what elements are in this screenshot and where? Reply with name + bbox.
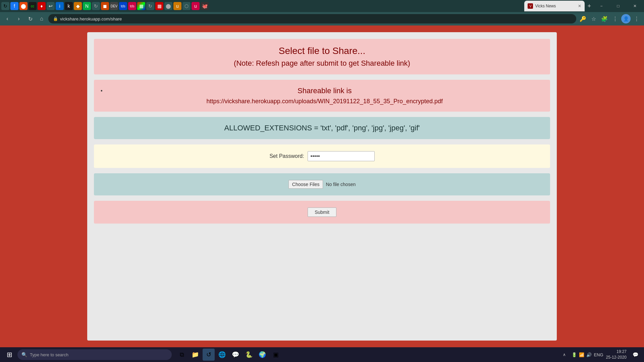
more-icon[interactable]: ⋮: [632, 14, 641, 23]
shareable-link[interactable]: https://vickshare.herokuapp.com/uploads/…: [207, 98, 443, 105]
tab-icon-9[interactable]: ◆: [74, 2, 82, 10]
shareable-content: Shareable link is https://vickshare.hero…: [106, 86, 543, 105]
tab-icon-12[interactable]: ◼: [101, 2, 109, 10]
clock: 19:27 25-12-2020: [606, 349, 627, 360]
password-section: Set Password:: [94, 144, 550, 168]
url-text: vickshare.herokuapp.com/share: [60, 16, 122, 21]
tab-icon-6[interactable]: ↩: [47, 2, 55, 10]
tab-icon-13[interactable]: DEV: [110, 2, 118, 10]
extensions-section: ALLOWED_EXTENSIONS = 'txt', 'pdf', 'png'…: [94, 117, 550, 139]
header-section: Select file to Share... (Note: Refesh pa…: [94, 39, 550, 74]
whatsapp-button[interactable]: 💬: [229, 349, 241, 361]
time-display: 19:27: [606, 349, 627, 355]
tab-favicon: V: [528, 3, 533, 9]
settings-icon[interactable]: ⋮: [610, 14, 620, 23]
address-input[interactable]: 🔒 vickshare.herokuapp.com/share: [48, 14, 576, 23]
tab-close-button[interactable]: ✕: [578, 4, 581, 8]
volume-icon: 🔊: [586, 352, 592, 357]
search-bar[interactable]: 🔍 Type here to search: [17, 349, 172, 360]
tab-icon-22[interactable]: u: [192, 2, 200, 10]
start-button[interactable]: ⊞: [3, 348, 16, 361]
tab-icon-11[interactable]: ↻: [92, 2, 100, 10]
python-button[interactable]: 🐍: [243, 349, 255, 361]
submit-button[interactable]: Submit: [308, 207, 336, 217]
toolbar-right: 🔑 ☆ 🧩 ⋮ 👤 ⋮: [578, 14, 641, 23]
battery-icon: 🔋: [572, 352, 577, 357]
taskbar: ⊞ 🔍 Type here to search ⧉ 📁 ↺ 🌐 💬 🐍 🌍 ▣ …: [0, 347, 644, 362]
no-file-text: No file chosen: [326, 182, 356, 187]
tab-bar: ↻ f ⬤ cc ♦ ↩ i k ◆ N ↻ ◼ DEV tds tds ▦ ↻…: [0, 0, 644, 12]
tab-icon-8[interactable]: k: [65, 2, 73, 10]
tab-icons: ↻ f ⬤ cc ♦ ↩ i k ◆ N ↻ ◼ DEV tds tds ▦ ↻…: [1, 2, 524, 10]
home-button[interactable]: ⌂: [37, 14, 46, 23]
language-indicator: ENG: [594, 352, 603, 357]
password-input[interactable]: [308, 151, 375, 161]
loop-button[interactable]: ↺: [203, 349, 215, 361]
terminal-button[interactable]: ▣: [270, 349, 282, 361]
shareable-section: • Shareable link is https://vickshare.he…: [94, 80, 550, 112]
tab-icon-2[interactable]: f: [10, 2, 18, 10]
tab-icon-7[interactable]: i: [56, 2, 64, 10]
tab-icon-1[interactable]: ↻: [1, 2, 9, 10]
tab-icon-16[interactable]: ▦: [137, 2, 145, 10]
header-note: (Note: Refesh page after submit to get S…: [101, 59, 543, 68]
star-icon[interactable]: ☆: [589, 14, 598, 23]
avatar-icon[interactable]: 👤: [621, 14, 631, 23]
notification-button[interactable]: 💬: [629, 349, 641, 361]
search-icon: 🔍: [21, 352, 27, 357]
shareable-title: Shareable link is: [106, 86, 543, 95]
browser-chrome: ↻ f ⬤ cc ♦ ↩ i k ◆ N ↻ ◼ DEV tds tds ▦ ↻…: [0, 0, 644, 25]
tab-icon-23[interactable]: 🐙: [201, 2, 209, 10]
choose-files-button[interactable]: Choose Files: [288, 180, 323, 189]
date-display: 25-12-2020: [606, 355, 627, 360]
browser2-button[interactable]: 🌍: [256, 349, 268, 361]
system-icons: 🔋 📶 🔊 ENG: [572, 352, 603, 357]
file-explorer-button[interactable]: 📁: [189, 349, 201, 361]
tab-icon-15[interactable]: tds: [128, 2, 136, 10]
back-button[interactable]: ‹: [3, 14, 12, 23]
taskbar-apps: ⧉ 📁 ↺ 🌐 💬 🐍 🌍 ▣: [176, 349, 282, 361]
page-background: Select file to Share... (Note: Refesh pa…: [0, 25, 644, 347]
key-icon[interactable]: 🔑: [578, 14, 588, 23]
new-tab-button[interactable]: +: [585, 3, 593, 10]
forward-button[interactable]: ›: [14, 14, 23, 23]
active-tab[interactable]: V Vicks News ✕: [524, 1, 585, 11]
tab-icon-4[interactable]: cc: [29, 2, 37, 10]
close-button[interactable]: ✕: [627, 1, 643, 11]
taskview-button[interactable]: ⧉: [176, 349, 188, 361]
header-title: Select file to Share...: [101, 46, 543, 56]
tab-icon-20[interactable]: u: [173, 2, 181, 10]
bullet-point: •: [101, 88, 103, 94]
search-placeholder: Type here to search: [30, 352, 68, 357]
tab-icon-5[interactable]: ♦: [38, 2, 46, 10]
window-controls: − □ ✕: [594, 1, 643, 11]
chrome-button[interactable]: 🌐: [216, 349, 228, 361]
taskbar-overflow[interactable]: ∧: [559, 350, 569, 359]
file-section: Choose Files No file chosen: [94, 173, 550, 195]
refresh-button[interactable]: ↻: [25, 14, 35, 23]
extensions-text: ALLOWED_EXTENSIONS = 'txt', 'pdf', 'png'…: [101, 124, 543, 132]
network-icon: 📶: [579, 352, 584, 357]
tab-icon-3[interactable]: ⬤: [19, 2, 28, 10]
tab-icon-18[interactable]: ▦: [155, 2, 163, 10]
password-label: Set Password:: [269, 153, 304, 159]
tab-icon-21[interactable]: ⬡: [182, 2, 191, 10]
tab-icon-14[interactable]: tds: [119, 2, 127, 10]
address-bar: ‹ › ↻ ⌂ 🔒 vickshare.herokuapp.com/share …: [0, 12, 644, 25]
tab-icon-19[interactable]: ⬤: [164, 2, 172, 10]
submit-section: Submit: [94, 201, 550, 224]
tab-icon-10[interactable]: N: [83, 2, 91, 10]
tab-title: Vicks News: [535, 4, 556, 8]
extensions-icon[interactable]: 🧩: [600, 14, 609, 23]
taskbar-right: ∧ 🔋 📶 🔊 ENG 19:27 25-12-2020 💬: [559, 349, 641, 361]
page-container: Select file to Share... (Note: Refesh pa…: [87, 32, 557, 341]
minimize-button[interactable]: −: [594, 1, 609, 11]
maximize-button[interactable]: □: [610, 1, 626, 11]
lock-icon: 🔒: [53, 16, 58, 21]
tab-icon-17[interactable]: ↻: [146, 2, 154, 10]
